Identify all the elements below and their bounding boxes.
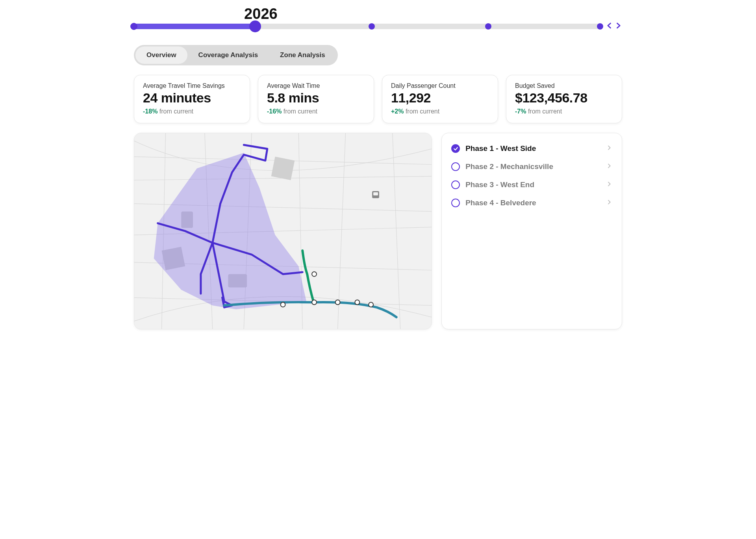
tab-zone-analysis[interactable]: Zone Analysis — [269, 46, 336, 64]
svg-point-9 — [355, 300, 359, 305]
metric-delta: -18% from current — [143, 108, 241, 115]
circle-icon — [451, 162, 460, 171]
timeline-stop-0[interactable] — [130, 23, 137, 30]
chevron-right-icon — [606, 181, 612, 189]
metric-value: $123,456.78 — [515, 90, 613, 106]
timeline-prev-button[interactable] — [606, 21, 613, 32]
phase-label: Phase 4 - Belvedere — [465, 199, 600, 207]
metric-delta: -7% from current — [515, 108, 613, 115]
metric-value: 24 minutes — [143, 90, 241, 106]
metric-value: 11,292 — [391, 90, 489, 106]
timeline-fill — [134, 24, 255, 29]
svg-point-6 — [281, 302, 285, 307]
chevron-right-icon — [606, 163, 612, 171]
svg-point-10 — [369, 302, 373, 307]
svg-point-8 — [335, 300, 340, 305]
phase-item-3[interactable]: Phase 3 - West End — [445, 176, 619, 194]
svg-rect-12 — [373, 192, 378, 195]
timeline-handle[interactable] — [249, 20, 261, 32]
svg-point-5 — [312, 272, 317, 277]
metric-label: Daily Passenger Count — [391, 82, 489, 89]
route-map[interactable] — [134, 133, 432, 329]
timeline-stop-2[interactable] — [369, 23, 375, 30]
metric-budget-saved: Budget Saved $123,456.78 -7% from curren… — [506, 75, 622, 123]
check-circle-icon — [451, 144, 460, 153]
metric-label: Average Wait Time — [267, 82, 365, 89]
circle-icon — [451, 199, 460, 207]
tab-overview[interactable]: Overview — [135, 46, 187, 64]
timeline-stop-3[interactable] — [485, 23, 491, 30]
metric-label: Average Travel Time Savings — [143, 82, 241, 89]
phase-item-4[interactable]: Phase 4 - Belvedere — [445, 194, 619, 212]
metrics-row: Average Travel Time Savings 24 minutes -… — [134, 75, 622, 123]
metric-wait-time: Average Wait Time 5.8 mins -16% from cur… — [258, 75, 374, 123]
chevron-right-icon — [606, 199, 612, 207]
timeline-track[interactable] — [134, 24, 600, 29]
chevron-left-icon — [606, 21, 613, 30]
phase-label: Phase 2 - Mechanicsville — [465, 162, 600, 171]
timeline-next-button[interactable] — [614, 21, 622, 32]
view-tabs: Overview Coverage Analysis Zone Analysis — [134, 45, 338, 65]
metric-delta: -16% from current — [267, 108, 365, 115]
timeline: 2026 — [134, 24, 622, 29]
phase-list: Phase 1 - West Side Phase 2 - Mechanicsv… — [441, 133, 622, 329]
metric-delta: +2% from current — [391, 108, 489, 115]
chevron-right-icon — [606, 145, 612, 152]
phase-label: Phase 1 - West Side — [465, 144, 600, 153]
phase-item-2[interactable]: Phase 2 - Mechanicsville — [445, 158, 619, 176]
chevron-right-icon — [614, 21, 622, 30]
metric-value: 5.8 mins — [267, 90, 365, 106]
svg-marker-3 — [271, 157, 295, 180]
timeline-year-label: 2026 — [244, 6, 278, 22]
metric-travel-time-savings: Average Travel Time Savings 24 minutes -… — [134, 75, 250, 123]
svg-point-7 — [312, 300, 317, 305]
timeline-stop-4[interactable] — [597, 23, 603, 30]
tab-coverage-analysis[interactable]: Coverage Analysis — [187, 46, 269, 64]
phase-label: Phase 3 - West End — [465, 180, 600, 189]
circle-icon — [451, 180, 460, 189]
phase-item-1[interactable]: Phase 1 - West Side — [445, 139, 619, 158]
metric-label: Budget Saved — [515, 82, 613, 89]
metric-passenger-count: Daily Passenger Count 11,292 +2% from cu… — [382, 75, 498, 123]
